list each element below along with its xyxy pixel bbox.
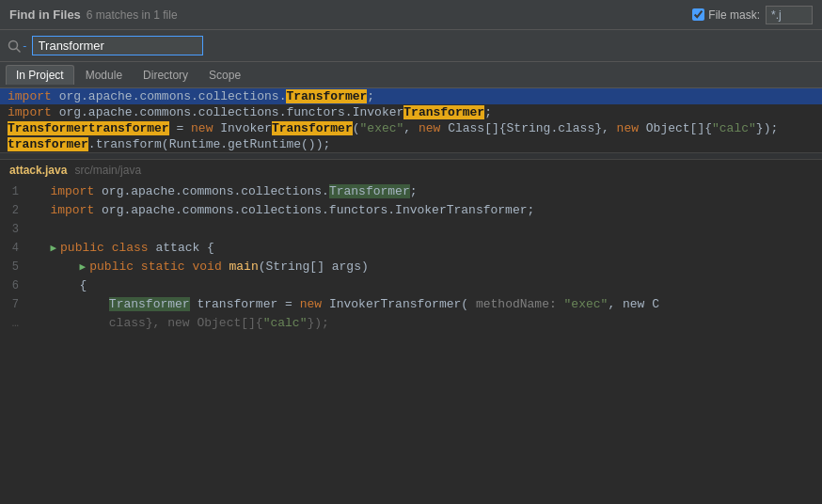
code-line-7: 7 Transformer transformer = new InvokerT… — [0, 295, 822, 314]
header-left: Find in Files 6 matches in 1 file — [9, 8, 178, 22]
match-count: 6 matches in 1 file — [87, 8, 178, 22]
result-line[interactable]: import org.apache.commons.collections.fu… — [0, 104, 822, 120]
line-content: class}, new Object[]{"calc"}); — [28, 314, 329, 333]
find-in-files-title: Find in Files — [9, 8, 81, 22]
file-mask-checkbox[interactable] — [692, 8, 704, 21]
search-icon: - — [8, 39, 28, 53]
line-content: import org.apache.commons.collections.fu… — [28, 201, 534, 220]
result-text: Transformertransformer = new InvokerTran… — [8, 121, 778, 135]
result-line[interactable]: transformer.transform(Runtime.getRuntime… — [0, 136, 822, 152]
file-path: src/main/java — [74, 164, 141, 177]
result-line[interactable]: import org.apache.commons.collections.Tr… — [0, 88, 822, 104]
code-line-2: 2 import org.apache.commons.collections.… — [0, 201, 822, 220]
tab-in-project[interactable]: In Project — [6, 65, 74, 85]
line-number: 5 — [0, 258, 28, 276]
tab-bar: In Project Module Directory Scope — [0, 62, 822, 88]
results-area: import org.apache.commons.collections.Tr… — [0, 88, 822, 152]
file-mask-input[interactable] — [766, 6, 813, 24]
code-line-1: 1 import org.apache.commons.collections.… — [0, 182, 822, 201]
file-mask-label: File mask: — [708, 8, 760, 22]
line-number: 6 — [0, 276, 28, 295]
tab-scope[interactable]: Scope — [199, 66, 250, 85]
code-line-more: … class}, new Object[]{"calc"}); — [0, 314, 822, 333]
code-preview: 1 import org.apache.commons.collections.… — [0, 181, 822, 335]
result-text: import org.apache.commons.collections.Tr… — [8, 89, 374, 103]
line-number: 1 — [0, 182, 28, 201]
result-text: import org.apache.commons.collections.fu… — [8, 105, 492, 119]
line-content: import org.apache.commons.collections.Tr… — [28, 182, 418, 201]
file-mask-checkbox-label[interactable]: File mask: — [692, 8, 760, 22]
line-content: ▶public class attack { — [28, 239, 214, 258]
result-text: transformer.transform(Runtime.getRuntime… — [8, 137, 330, 151]
line-content: ▶public static void main(String[] args) — [28, 258, 369, 276]
line-content: { — [28, 276, 87, 295]
section-divider — [0, 152, 822, 160]
search-input[interactable] — [32, 36, 203, 55]
expand-arrow[interactable]: ▶ — [50, 239, 56, 258]
file-name: attack.java — [9, 164, 67, 177]
svg-line-1 — [17, 48, 21, 52]
line-number: 4 — [0, 239, 28, 258]
code-line-4: 4 ▶public class attack { — [0, 239, 822, 258]
code-line-5: 5 ▶public static void main(String[] args… — [0, 258, 822, 276]
line-content: Transformer transformer = new InvokerTra… — [28, 295, 659, 314]
code-line-6: 6 { — [0, 276, 822, 295]
header-right: File mask: — [692, 6, 813, 24]
line-number: 3 — [0, 220, 28, 239]
code-line-3: 3 — [0, 220, 822, 239]
result-line[interactable]: Transformertransformer = new InvokerTran… — [0, 120, 822, 136]
line-number: 2 — [0, 201, 28, 220]
header-bar: Find in Files 6 matches in 1 file File m… — [0, 0, 822, 30]
line-number: 7 — [0, 295, 28, 314]
tab-directory[interactable]: Directory — [134, 66, 198, 85]
tab-module[interactable]: Module — [76, 66, 132, 85]
line-number: … — [0, 314, 28, 333]
file-info-row: attack.java src/main/java — [0, 160, 822, 181]
expand-arrow[interactable]: ▶ — [80, 258, 87, 276]
search-bar: - — [0, 30, 822, 62]
